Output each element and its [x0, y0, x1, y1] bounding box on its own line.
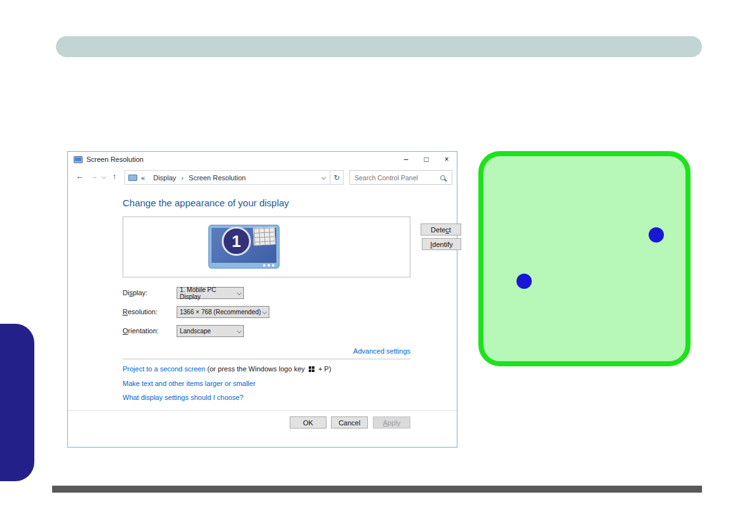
display-dropdown-value: 1. Mobile PC Display [180, 286, 238, 300]
project-hint-text: (or press the Windows logo key [207, 365, 304, 373]
resolution-dropdown[interactable]: 1366 × 768 (Recommended) [177, 306, 269, 318]
search-input[interactable] [350, 174, 440, 182]
orientation-dropdown-value: Landscape [180, 328, 211, 335]
orientation-label: Orientation: [123, 327, 159, 335]
detect-button[interactable]: Detect [421, 223, 461, 236]
advanced-settings-link[interactable]: Advanced settings [353, 347, 410, 355]
side-chapter-tab [0, 324, 34, 481]
callout-dot-green-left [516, 274, 532, 289]
windows-logo-icon [309, 366, 314, 372]
monitor-number: 1 [232, 232, 241, 251]
refresh-icon[interactable]: ↻ [330, 171, 343, 184]
footer-rule-bar [52, 486, 702, 493]
resolution-label: Resolution: [123, 308, 158, 316]
project-second-screen-row: Project to a second screen (or press the… [123, 365, 331, 373]
make-text-larger-row: Make text and other items larger or smal… [123, 380, 255, 387]
breadcrumb: « Display › Screen Resolution [141, 174, 246, 182]
forward-icon[interactable]: → [90, 171, 98, 181]
search-icon [440, 175, 445, 180]
minimize-button[interactable]: – [396, 152, 416, 167]
project-second-screen-link[interactable]: Project to a second screen [123, 365, 205, 373]
navigation-bar: ← → ↑ « Display › Screen Resolution ↻ [68, 168, 457, 186]
address-monitor-icon [128, 175, 137, 181]
title-bar: Screen Resolution – □ × [68, 152, 457, 167]
breadcrumb-separator: › [181, 174, 184, 182]
close-button[interactable]: × [436, 152, 457, 167]
highlight-box [478, 151, 691, 366]
recent-pages-chevron-icon[interactable] [102, 175, 106, 179]
identify-button[interactable]: Identify [422, 238, 461, 250]
apply-button[interactable]: Apply [373, 416, 410, 429]
monitor-preview-icon[interactable]: 1 [209, 225, 279, 268]
monitor-dots-icon [272, 264, 274, 267]
orientation-dropdown[interactable]: Landscape [177, 325, 244, 337]
breadcrumb-prefix: « [141, 174, 145, 182]
advanced-settings-link-row: Advanced settings [123, 347, 410, 355]
page-title: Change the appearance of your display [123, 197, 289, 208]
project-hint-text-end: + P) [318, 365, 331, 373]
monitor-screen: 1 [212, 228, 276, 263]
address-bar[interactable]: « Display › Screen Resolution ↻ [125, 170, 344, 185]
footer-separator-line [68, 410, 457, 411]
resolution-dropdown-value: 1366 × 768 (Recommended) [180, 309, 261, 316]
back-icon[interactable]: ← [76, 171, 84, 181]
callout-dot-green-right [649, 227, 664, 243]
breadcrumb-item-display[interactable]: Display [153, 174, 176, 182]
chevron-down-icon [262, 310, 267, 314]
monitor-grid-graphic [253, 227, 275, 246]
display-preview-panel: 1 Detect Identify [123, 216, 410, 277]
window-title: Screen Resolution [86, 156, 144, 163]
what-settings-row: What display settings should I choose? [123, 394, 243, 401]
screen-resolution-window: Screen Resolution – □ × ← → ↑ « Display … [67, 151, 457, 448]
up-icon[interactable]: ↑ [112, 171, 117, 181]
monitor-number-badge: 1 [222, 227, 251, 256]
display-dropdown[interactable]: 1. Mobile PC Display [177, 287, 244, 299]
chevron-down-icon [237, 291, 241, 295]
display-label: Display: [123, 289, 147, 296]
breadcrumb-item-screen-resolution[interactable]: Screen Resolution [189, 174, 246, 182]
separator-line [123, 359, 410, 359]
chevron-down-icon [237, 329, 241, 333]
address-dropdown-chevron-icon[interactable] [318, 171, 330, 184]
what-settings-link[interactable]: What display settings should I choose? [123, 394, 243, 401]
make-text-larger-link[interactable]: Make text and other items larger or smal… [123, 380, 255, 387]
maximize-button[interactable]: □ [416, 152, 436, 167]
ok-button[interactable]: OK [290, 416, 327, 429]
search-box[interactable] [349, 170, 452, 185]
cancel-button[interactable]: Cancel [331, 416, 368, 429]
top-decoration-bar [56, 36, 702, 57]
app-monitor-icon [74, 156, 83, 163]
